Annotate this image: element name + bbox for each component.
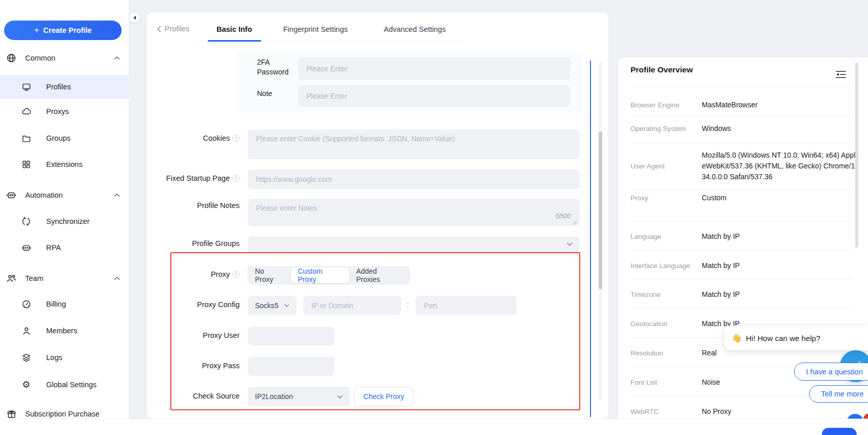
- chat-quick-reply-question[interactable]: I have a question: [794, 363, 868, 381]
- proxy-mode-no-proxy[interactable]: No Proxy: [248, 268, 291, 283]
- divider: [630, 116, 853, 117]
- chevron-up-icon: [114, 56, 120, 60]
- row-value: Match by IP: [702, 231, 856, 242]
- proxy-user-label-row: Proxy User: [152, 331, 240, 339]
- row-label: Geolocation: [630, 320, 702, 328]
- active-tab-underline: [208, 40, 261, 42]
- proxy-pass-label-row: Proxy Pass: [152, 362, 240, 370]
- sidebar-item-profiles[interactable]: Profiles: [0, 75, 129, 99]
- person-icon: [21, 326, 32, 336]
- profile-notes-textarea[interactable]: [248, 199, 580, 226]
- sync-icon: [21, 217, 32, 226]
- fixed-startup-input[interactable]: [248, 169, 580, 189]
- profile-groups-select[interactable]: [248, 236, 580, 252]
- row-label: Timezone: [630, 291, 702, 298]
- divider: [630, 279, 853, 279]
- gift-icon: [6, 409, 17, 419]
- sidebar-group-label: Common: [25, 54, 55, 62]
- overview-row-timezone: Timezone Match by IP: [630, 284, 856, 305]
- chat-quick-reply-tellme[interactable]: Tell me more: [809, 385, 868, 403]
- chevron-down-icon: [337, 395, 343, 399]
- monitor-icon: [21, 82, 32, 92]
- sidebar-item-logs[interactable]: Logs: [0, 346, 129, 369]
- row-label: Operating System: [630, 125, 702, 133]
- footer-bar: [0, 419, 868, 435]
- sidebar-group-common[interactable]: Common: [0, 47, 129, 69]
- row-value: MasMateBrowser: [702, 100, 856, 110]
- profile-groups-label-row: Profile Groups: [152, 239, 240, 248]
- robot-icon: [6, 190, 17, 200]
- check-source-select[interactable]: IP2Location: [248, 387, 350, 406]
- footer-action-button[interactable]: [822, 428, 857, 435]
- chat-greeting-text: Hi! How can we help?: [746, 334, 820, 343]
- panel-divider-line[interactable]: [590, 61, 591, 417]
- proxy-protocol-select[interactable]: Socks5: [248, 296, 297, 315]
- sidebar-item-label: Synchronizer: [46, 217, 90, 225]
- tab-basic-info[interactable]: Basic Info: [216, 25, 252, 33]
- ip-port-separator: :: [407, 300, 409, 309]
- divider: [630, 308, 853, 309]
- proxy-mode-custom-proxy[interactable]: Custom Proxy: [291, 268, 349, 283]
- row-value: Windows: [702, 123, 856, 134]
- chat-greeting-bubble[interactable]: 👋 Hi! How can we help?: [724, 326, 868, 350]
- proxy-user-label: Proxy User: [203, 331, 240, 339]
- cookies-textarea[interactable]: [248, 129, 580, 159]
- cookies-label: Cookies: [203, 134, 230, 142]
- chevron-up-icon: [114, 193, 120, 197]
- chevron-up-icon: [114, 276, 120, 280]
- sidebar-group-label: Team: [25, 274, 43, 282]
- row-label: Font List: [630, 379, 702, 386]
- help-icon[interactable]: ?: [232, 175, 240, 182]
- sidebar-item-proxys[interactable]: Proxys: [0, 100, 129, 123]
- sidebar-item-label: Proxys: [46, 107, 69, 116]
- overview-scrollbar-thumb[interactable]: [855, 63, 858, 248]
- team-icon: [6, 273, 17, 283]
- resize-handle-icon[interactable]: [573, 220, 577, 225]
- check-source-label: Check Source: [193, 392, 240, 400]
- sidebar-item-label: Members: [46, 327, 77, 335]
- proxy-mode-added-proxies[interactable]: Added Proxies: [349, 268, 409, 283]
- sidebar-group-automation[interactable]: Automation: [0, 184, 129, 206]
- wave-emoji: 👋: [732, 333, 742, 343]
- sidebar-item-label: Subscription Purchase: [25, 410, 100, 418]
- note-input[interactable]: [298, 85, 570, 107]
- cookies-label-row: Cookies ?: [152, 134, 240, 142]
- row-label: Browser Engine: [630, 101, 702, 109]
- sidebar-item-rpa[interactable]: RPA: [0, 236, 129, 259]
- gauge-icon: [21, 299, 32, 309]
- fixed-startup-label: Fixed Startup Page: [166, 174, 230, 182]
- sidebar-item-members[interactable]: Members: [0, 319, 129, 342]
- proxy-config-label: Proxy Config: [197, 300, 240, 309]
- sidebar-item-groups[interactable]: Groups: [0, 127, 129, 149]
- proxy-user-input[interactable]: [248, 327, 334, 346]
- check-proxy-button[interactable]: Check Proxy: [354, 387, 413, 406]
- sidebar-item-billing[interactable]: Billing: [0, 293, 129, 315]
- sidebar-collapse-button[interactable]: [129, 12, 140, 23]
- check-source-value: IP2Location: [255, 392, 293, 401]
- globe-icon: [6, 53, 17, 63]
- sidebar-item-label: Logs: [46, 353, 62, 362]
- layers-icon: [21, 353, 32, 363]
- main-scrollbar-thumb[interactable]: [599, 131, 602, 289]
- help-icon[interactable]: ?: [232, 271, 240, 278]
- proxy-ip-input[interactable]: [303, 296, 401, 315]
- collapse-panel-icon[interactable]: [836, 70, 846, 79]
- folder-icon: [21, 134, 32, 143]
- twofa-password-input[interactable]: [298, 58, 570, 80]
- back-label: Profiles: [165, 25, 189, 33]
- tab-advanced-settings[interactable]: Advanced Settings: [384, 25, 446, 33]
- tab-fingerprint-settings[interactable]: Fingerprint Settings: [283, 25, 348, 33]
- proxy-port-input[interactable]: [416, 296, 517, 315]
- row-label: Interface Language: [630, 262, 702, 270]
- sidebar-group-team[interactable]: Team: [0, 267, 129, 290]
- note-label: Note: [257, 89, 272, 98]
- sidebar-item-extensions[interactable]: Extensions: [0, 153, 129, 176]
- help-icon[interactable]: ?: [232, 135, 240, 142]
- proxy-protocol-value: Socks5: [255, 301, 279, 310]
- sidebar-item-label: Extensions: [46, 160, 83, 168]
- create-profile-button[interactable]: + Create Profile: [4, 21, 122, 40]
- back-to-profiles[interactable]: Profiles: [157, 25, 189, 33]
- sidebar-item-synchronizer[interactable]: Synchronizer: [0, 210, 129, 233]
- sidebar-item-global-settings[interactable]: ⚙ Global Settings: [0, 373, 129, 396]
- proxy-pass-input[interactable]: [248, 357, 334, 376]
